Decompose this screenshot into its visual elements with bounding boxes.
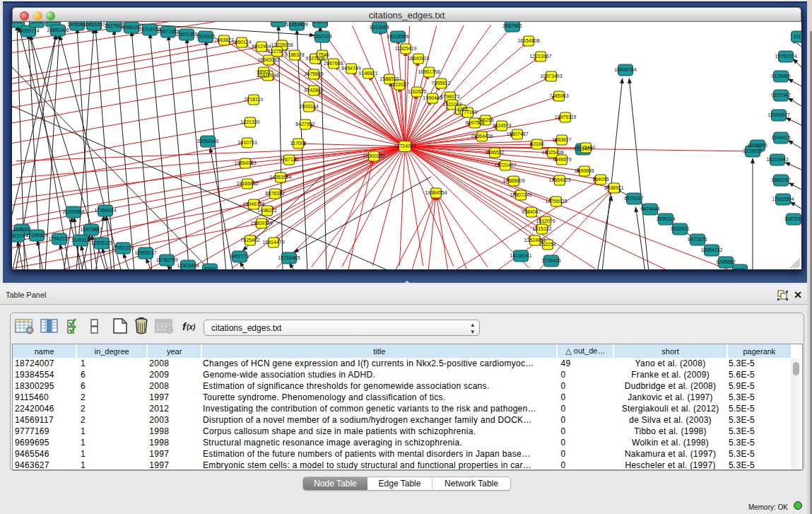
svg-text:20206588: 20206588 [62,209,84,214]
svg-text:16619: 16619 [46,22,60,23]
svg-text:15716485: 15716485 [278,255,300,260]
svg-text:1463627: 1463627 [552,137,571,142]
svg-text:15809349: 15809349 [250,221,272,226]
svg-text:14055714: 14055714 [17,28,39,33]
svg-text:8454749: 8454749 [341,66,360,71]
svg-text:17957225: 17957225 [112,245,134,250]
svg-text:14136141: 14136141 [510,253,531,258]
svg-text:391574: 391574 [12,233,25,238]
svg-text:10654112: 10654112 [701,247,723,252]
svg-text:8215955: 8215955 [748,143,767,148]
svg-text:18807249: 18807249 [510,192,531,197]
svg-text:9777169: 9777169 [458,110,477,115]
svg-text:1117: 1117 [794,34,801,39]
svg-text:16648784: 16648784 [614,67,636,72]
svg-text:7663822: 7663822 [214,37,233,42]
svg-text:6879197: 6879197 [624,196,643,201]
svg-text:7625402: 7625402 [240,238,259,243]
svg-text:746266: 746266 [477,117,493,122]
svg-text:10025438: 10025438 [541,150,563,155]
svg-text:8912954: 8912954 [252,44,271,49]
svg-text:16210643: 16210643 [766,157,788,162]
svg-text:2718110: 2718110 [245,97,264,102]
svg-text:1221330: 1221330 [240,119,259,124]
svg-text:3267130: 3267130 [279,157,298,162]
svg-text:7632621: 7632621 [670,226,689,231]
svg-text:1969297: 1969297 [771,177,790,182]
svg-text:12156829: 12156829 [25,233,47,238]
svg-text:20873: 20873 [313,22,327,24]
svg-text:3624574: 3624574 [492,123,511,128]
svg-text:13226058: 13226058 [271,42,293,47]
svg-text:1498222: 1498222 [257,208,276,213]
svg-text:(x): (x) [187,323,196,331]
svg-text:19654933: 19654933 [234,160,256,165]
svg-text:18640910: 18640910 [407,56,429,61]
svg-text:8471676: 8471676 [688,237,707,242]
svg-text:17546: 17546 [315,52,329,57]
svg-text:1010753: 1010753 [237,140,257,145]
svg-text:21364436: 21364436 [471,134,493,139]
svg-text:1527602: 1527602 [104,23,123,28]
svg-text:9384047: 9384047 [522,209,541,214]
svg-text:10653267: 10653267 [83,22,105,27]
svg-text:12923468: 12923468 [177,263,199,268]
svg-text:1615132: 1615132 [532,226,551,231]
svg-text:1621022: 1621022 [442,102,461,107]
svg-text:62160: 62160 [530,141,544,146]
svg-text:17016504: 17016504 [772,197,794,201]
svg-text:9115460: 9115460 [577,145,596,150]
svg-text:10973493: 10973493 [540,74,562,78]
svg-text:164095: 164095 [592,177,608,182]
svg-text:13654923: 13654923 [548,177,570,182]
svg-text:16154808: 16154808 [517,38,539,43]
svg-text:9845: 9845 [734,267,746,269]
svg-text:8427552: 8427552 [295,122,314,127]
svg-text:2386532: 2386532 [485,150,504,155]
svg-text:20053346: 20053346 [196,139,218,144]
svg-text:2867608: 2867608 [324,61,343,66]
svg-text:17942737: 17942737 [48,236,70,241]
svg-text:2803144: 2803144 [299,104,318,109]
svg-text:7485063: 7485063 [549,93,568,98]
svg-text:2935114: 2935114 [657,216,676,221]
svg-text:7357224: 7357224 [312,34,331,39]
svg-text:12975115: 12975115 [555,115,577,119]
svg-text:9245652: 9245652 [716,259,735,264]
svg-text:10958137: 10958137 [134,250,156,255]
svg-text:9242848: 9242848 [304,88,323,93]
svg-text:1322037: 1322037 [389,82,408,87]
svg-text:6794073: 6794073 [440,94,459,99]
svg-text:9474444: 9474444 [640,206,659,211]
svg-text:1733436: 1733436 [541,258,560,263]
svg-text:9860124: 9860124 [232,40,251,45]
svg-text:19637: 19637 [271,22,286,23]
svg-text:11325419: 11325419 [395,46,417,51]
svg-text:19166832: 19166832 [236,181,258,186]
svg-text:19756928: 19756928 [545,199,567,204]
svg-text:1167534: 1167534 [784,216,801,221]
svg-text:2687682: 2687682 [502,23,522,28]
svg-text:2096: 2096 [31,22,42,24]
svg-text:14353594: 14353594 [269,175,291,180]
svg-text:1435001: 1435001 [12,227,31,232]
svg-text:10671355: 10671355 [175,32,197,37]
svg-text:15751074: 15751074 [775,54,796,59]
svg-text:1162625: 1162625 [408,89,427,94]
svg-text:98901: 98901 [257,69,271,74]
svg-text:9327503: 9327503 [267,49,286,54]
svg-text:9227342: 9227342 [771,93,790,98]
svg-text:3675685: 3675685 [304,71,323,76]
svg-text:16914479: 16914479 [262,240,284,245]
svg-text:1588520: 1588520 [379,76,399,81]
svg-text:252254: 252254 [539,242,555,247]
svg-text:10807487: 10807487 [506,132,528,136]
svg-text:7955812: 7955812 [431,81,450,86]
svg-text:8186328: 8186328 [285,52,304,57]
svg-text:8313054: 8313054 [370,25,389,30]
svg-text:9457771: 9457771 [230,254,249,259]
svg-text:9129966: 9129966 [771,74,790,78]
svg-text:1612076: 1612076 [536,218,555,223]
svg-text:1990443: 1990443 [423,95,442,100]
svg-text:117000: 117000 [290,141,307,146]
